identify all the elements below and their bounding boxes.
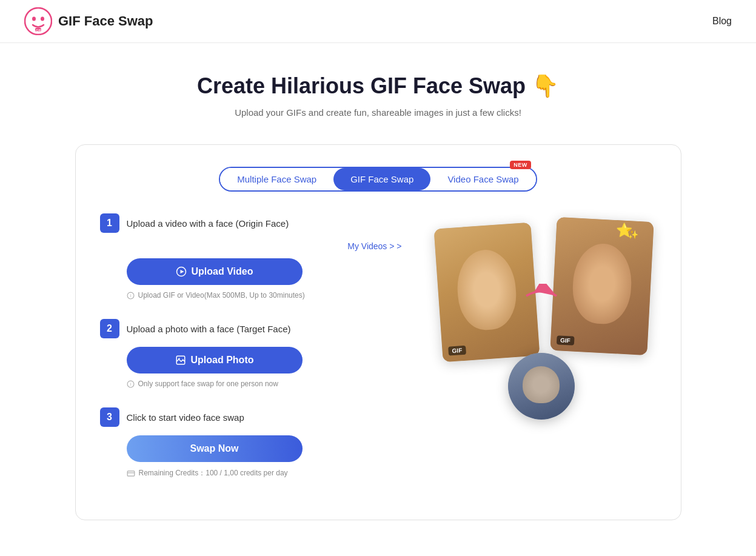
step-1-number: 1 [100, 213, 119, 233]
info-icon-2: i [127, 380, 135, 388]
gif-badge-right: GIF [556, 335, 574, 345]
hero-section: Create Hilarious GIF Face Swap 👇 Upload … [0, 43, 756, 130]
credits-hint: Remaining Credits：100 / 1,00 credits per… [127, 468, 402, 478]
tab-gif-face-swap[interactable]: GIF Face Swap [333, 168, 430, 190]
svg-rect-13 [127, 471, 135, 475]
step-2-number: 2 [100, 319, 119, 338]
step-1-hint: i Upload GIF or Video(Max 500MB, Up to 3… [127, 291, 402, 300]
content-layout: 1 Upload a video with a face (Origin Fac… [100, 213, 657, 498]
target-face-image [508, 353, 575, 420]
tab-video-face-swap[interactable]: Video Face Swap NEW [430, 168, 535, 190]
step-2-label: Upload a photo with a face (Target Face) [127, 324, 291, 334]
tabs-row: Multiple Face Swap GIF Face Swap Video F… [100, 167, 657, 192]
hero-title: Create Hilarious GIF Face Swap 👇 [12, 73, 744, 99]
face-card-target [508, 353, 575, 420]
svg-text:i: i [130, 293, 130, 297]
step-1-label: Upload a video with a face (Origin Face) [127, 218, 289, 229]
step-3-label: Click to start video face swap [127, 412, 244, 423]
upload-video-button[interactable]: Upload Video [127, 258, 303, 285]
credits-icon [127, 469, 135, 478]
step-3: 3 Click to start video face swap Swap No… [100, 407, 402, 478]
stars-decoration: ⭐ ✨ [616, 223, 632, 238]
play-icon [176, 266, 187, 277]
face-swap-illustration: GIF GIF ⭐ [426, 213, 657, 420]
info-icon: i [127, 292, 135, 300]
svg-marker-6 [180, 270, 184, 273]
logo-icon: GIF [24, 7, 52, 35]
tab-multiple-face-swap[interactable]: Multiple Face Swap [220, 168, 333, 190]
step-1-header: 1 Upload a video with a face (Origin Fac… [100, 213, 402, 233]
upload-photo-button[interactable]: Upload Photo [127, 347, 303, 373]
new-badge: NEW [510, 161, 531, 169]
hero-subtitle: Upload your GIFs and create fun, shareab… [12, 107, 744, 118]
gif-badge-left: GIF [448, 346, 466, 356]
svg-point-2 [41, 17, 44, 21]
blog-link[interactable]: Blog [712, 16, 732, 27]
visual-column: GIF GIF ⭐ [426, 213, 657, 420]
svg-text:GIF: GIF [36, 28, 42, 32]
swap-arrow [523, 284, 560, 308]
tabs-wrapper: Multiple Face Swap GIF Face Swap Video F… [219, 167, 537, 192]
step-2: 2 Upload a photo with a face (Target Fac… [100, 319, 402, 388]
swap-now-button[interactable]: Swap Now [127, 435, 303, 462]
steps-column: 1 Upload a video with a face (Origin Fac… [100, 213, 402, 498]
main-card: Multiple Face Swap GIF Face Swap Video F… [75, 144, 681, 520]
step-3-header: 3 Click to start video face swap [100, 407, 402, 427]
step-2-hint: i Only support face swap for one person … [127, 380, 402, 388]
logo-area: GIF GIF Face Swap [24, 7, 153, 35]
header: GIF GIF Face Swap Blog [0, 0, 756, 43]
logo-text: GIF Face Swap [58, 13, 153, 29]
svg-text:i: i [130, 381, 130, 386]
svg-point-1 [32, 17, 36, 21]
step-1: 1 Upload a video with a face (Origin Fac… [100, 213, 402, 300]
step-2-header: 2 Upload a photo with a face (Target Fac… [100, 319, 402, 338]
image-icon [175, 355, 186, 366]
step-3-number: 3 [100, 407, 119, 427]
my-videos-link[interactable]: My Videos > > [100, 241, 402, 251]
